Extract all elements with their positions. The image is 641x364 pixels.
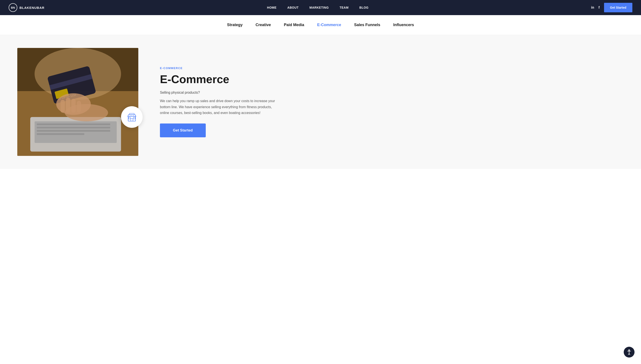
secondary-nav-ecommerce[interactable]: E-Commerce (317, 23, 341, 27)
svg-rect-15 (61, 100, 65, 113)
svg-rect-16 (66, 98, 70, 113)
nav-home[interactable]: HOME (267, 6, 277, 9)
section-title: E-Commerce (160, 73, 624, 86)
nav-about[interactable]: ABOUT (287, 6, 299, 9)
svg-rect-18 (77, 101, 81, 113)
navbar: BN BLAKENUBAR HOME ABOUT MARKETING TEAM … (0, 0, 641, 15)
secondary-nav-strategy[interactable]: Strategy (227, 23, 242, 27)
secondary-nav-sales-funnels[interactable]: Sales Funnels (354, 23, 380, 27)
svg-line-25 (133, 115, 134, 116)
section-subtitle: Selling physical products? (160, 91, 624, 94)
svg-rect-5 (37, 124, 110, 125)
svg-rect-21 (129, 117, 130, 119)
facebook-icon[interactable]: f (598, 6, 599, 10)
svg-rect-17 (71, 99, 76, 113)
nav-marketing[interactable]: MARKETING (309, 6, 329, 9)
store-icon (126, 112, 137, 122)
linkedin-icon[interactable]: in (591, 6, 594, 10)
svg-rect-7 (37, 130, 110, 132)
svg-rect-6 (37, 127, 110, 128)
section-body: We can help you ramp up sales and drive … (160, 98, 281, 116)
brand-logo: BN (9, 3, 17, 12)
section-label: E-COMMERCE (160, 66, 624, 70)
brand-logo-text: BN (11, 6, 15, 9)
hero-image-svg: •••• •••• •••• 1234 (17, 48, 138, 156)
store-icon-overlay (121, 106, 143, 128)
svg-rect-8 (37, 133, 84, 135)
secondary-nav-influencers[interactable]: Influencers (393, 23, 414, 27)
hero-get-started-button[interactable]: Get Started (160, 124, 206, 137)
nav-get-started-button[interactable]: Get Started (604, 3, 632, 12)
hero-right-content: E-COMMERCE E-Commerce Selling physical p… (156, 66, 624, 137)
secondary-nav-paid-media[interactable]: Paid Media (284, 23, 304, 27)
svg-rect-22 (133, 117, 135, 119)
hero-image: •••• •••• •••• 1234 (17, 48, 138, 156)
nav-blog[interactable]: BLOG (359, 6, 369, 9)
brand-name: BLAKENUBAR (20, 6, 45, 10)
hero-image-container: •••• •••• •••• 1234 (17, 48, 138, 156)
svg-line-23 (130, 115, 130, 116)
main-content: •••• •••• •••• 1234 (0, 35, 641, 169)
svg-rect-20 (131, 118, 133, 121)
secondary-nav-creative[interactable]: Creative (255, 23, 271, 27)
nav-team[interactable]: TEAM (340, 6, 349, 9)
secondary-nav: Strategy Creative Paid Media E-Commerce … (0, 15, 641, 35)
brand-logo-link[interactable]: BN BLAKENUBAR (9, 3, 45, 12)
navbar-right: in f Get Started (591, 3, 632, 12)
main-nav: HOME ABOUT MARKETING TEAM BLOG (267, 6, 369, 10)
